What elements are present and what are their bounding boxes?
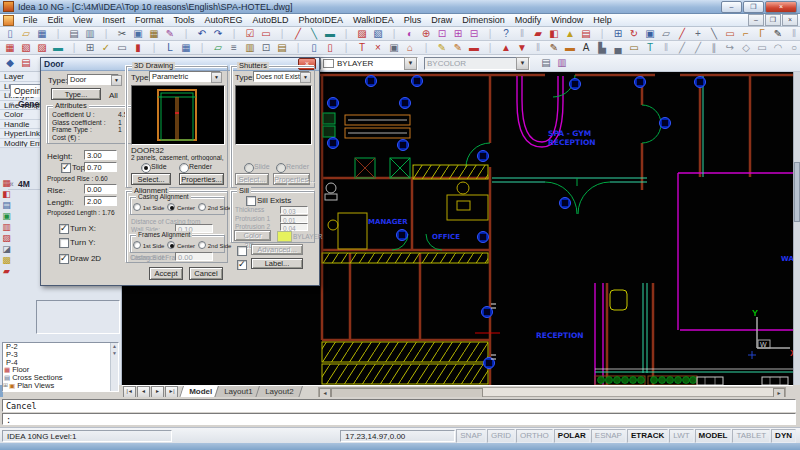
toggle-dyn[interactable]: DYN	[771, 429, 796, 443]
doc-red-icon[interactable]: ▯	[323, 42, 337, 54]
pencil-yellow-icon[interactable]: ✎	[435, 42, 449, 54]
toggle-polar[interactable]: POLAR	[554, 429, 590, 443]
delete-icon[interactable]: ×	[371, 42, 385, 54]
frames-alignment-option[interactable]: 1st Side	[133, 241, 164, 249]
save-icon[interactable]: ▦	[35, 28, 49, 40]
menu-item[interactable]: Format	[130, 14, 169, 26]
vt-slabs-icon[interactable]: ▤	[2, 200, 11, 211]
wall-3d-icon[interactable]: ◧	[547, 28, 561, 40]
select-button[interactable]: Select...	[131, 173, 171, 185]
top-checkbox[interactable]	[61, 163, 71, 173]
turn-x-checkbox[interactable]	[59, 224, 69, 234]
scrollbar-thumb[interactable]	[794, 162, 800, 222]
new-icon[interactable]: ▯	[3, 28, 17, 40]
line2-icon[interactable]: ╱	[675, 28, 689, 40]
mdi-minimize-button[interactable]: –	[748, 14, 764, 26]
menu-item[interactable]: AutoREG	[199, 14, 247, 26]
stack-icon[interactable]: ≡	[227, 42, 241, 54]
draw-ray-icon[interactable]: ╱	[691, 42, 705, 54]
radio-icon[interactable]	[167, 241, 175, 249]
draw-2d-checkbox[interactable]	[59, 254, 69, 264]
minimize-button[interactable]: –	[721, 1, 742, 13]
stairs2-icon[interactable]: ▤	[275, 42, 289, 54]
grid2-icon[interactable]: ▦	[179, 42, 193, 54]
rect-icon[interactable]: ▭	[723, 28, 737, 40]
draw-circle-icon[interactable]: ○	[787, 42, 800, 54]
plot-style-icon[interactable]: ▤	[539, 57, 553, 69]
arrow-down-icon[interactable]: ▼	[515, 42, 529, 54]
frames-alignment-option[interactable]: Center	[167, 241, 195, 249]
doc-blue-icon[interactable]: ▯	[307, 42, 321, 54]
toggle-ortho[interactable]: ORTHO	[516, 429, 553, 443]
ruler-red-icon[interactable]: ▬	[467, 42, 481, 54]
vt-column-icon[interactable]: ▨	[2, 233, 11, 244]
rotate-icon[interactable]: ↻	[627, 28, 641, 40]
properties-button[interactable]: Properties...	[179, 173, 224, 185]
tree-item-label[interactable]: Plan Views	[17, 382, 54, 390]
frames-alignment-option[interactable]: 2nd Side	[198, 241, 231, 249]
tree-item[interactable]: P-3	[3, 351, 118, 359]
draw-parallel-icon[interactable]: ∥	[707, 42, 721, 54]
osnap-icon[interactable]: ☑	[243, 28, 257, 40]
chevron-down-icon[interactable]: ▼	[211, 72, 222, 83]
menu-item[interactable]: Dimension	[457, 14, 510, 26]
line3-icon[interactable]: ╲	[707, 28, 721, 40]
menu-item[interactable]: WalkIDEA	[348, 14, 399, 26]
casing-alignment-option[interactable]: 1st Side	[133, 203, 164, 211]
warning-icon[interactable]: ▲	[563, 28, 577, 40]
paste-icon[interactable]: ▦	[147, 28, 161, 40]
corner1-icon[interactable]: ⌐	[739, 28, 753, 40]
box-icon[interactable]: ▥	[243, 42, 257, 54]
corner2-icon[interactable]: Γ	[755, 28, 769, 40]
print-preview-icon[interactable]: ▥	[83, 28, 97, 40]
layers-icon[interactable]: ▤	[19, 57, 33, 69]
line-red-icon[interactable]: ╱	[291, 28, 305, 40]
draw-arc-icon[interactable]: ◠	[771, 42, 785, 54]
radio-icon[interactable]	[167, 203, 175, 211]
casing-alignment-option[interactable]: 2nd Side	[198, 203, 231, 211]
toggle-etrack[interactable]: ETRACK	[627, 429, 668, 443]
mdi-restore-button[interactable]: ❐	[765, 14, 781, 26]
level-icon[interactable]: ▬	[51, 42, 65, 54]
sofa-icon[interactable]: ▄	[611, 42, 625, 54]
horizontal-scrollbar[interactable]: ◄ ►	[318, 387, 786, 397]
wall-orange-icon[interactable]: ▬	[563, 42, 577, 54]
menu-item[interactable]: View	[68, 14, 97, 26]
draw-line-icon[interactable]: ╱	[675, 42, 689, 54]
mdi-close-button[interactable]: ×	[782, 14, 798, 26]
radio-icon[interactable]	[133, 241, 141, 249]
tree-item[interactable]: ⊞ ▣ Plan Views	[3, 382, 118, 390]
radio-icon[interactable]	[198, 203, 206, 211]
toggle-model[interactable]: MODEL	[695, 429, 732, 443]
cancel-button[interactable]: Cancel	[189, 267, 223, 280]
vt-openings-icon[interactable]: ◧	[2, 189, 11, 200]
zoom-window-icon[interactable]: ⊡	[435, 28, 449, 40]
menu-item[interactable]: Edit	[43, 14, 69, 26]
pencil-brown-icon[interactable]: ✎	[547, 42, 561, 54]
erase-icon[interactable]: ▨	[355, 28, 369, 40]
toggle-esnap[interactable]: ESNAP	[591, 429, 626, 443]
vt-roof-icon[interactable]: ▥	[2, 222, 11, 233]
redo-icon[interactable]: ↷	[211, 28, 225, 40]
panel-icon[interactable]: ▣	[643, 28, 657, 40]
copy-icon[interactable]: ▣	[131, 28, 145, 40]
vt-stairs-icon[interactable]: ▣	[2, 211, 11, 222]
sill-exists-checkbox[interactable]	[246, 196, 256, 206]
height-field[interactable]: 3.00	[84, 150, 117, 160]
toggle-lwt[interactable]: LWT	[669, 429, 693, 443]
table-icon[interactable]: ⊞	[83, 42, 97, 54]
grid-plus-icon[interactable]: ⊞	[611, 28, 625, 40]
accept-button[interactable]: Accept	[149, 267, 183, 280]
text-red-icon[interactable]: T	[355, 42, 369, 54]
menu-item[interactable]: Insert	[97, 14, 130, 26]
polyline-icon[interactable]: ╲	[307, 28, 321, 40]
draw-leader-icon[interactable]: ↪	[723, 42, 737, 54]
menu-item[interactable]: Draw	[426, 14, 457, 26]
menu-item[interactable]: PhotoIDEA	[294, 14, 349, 26]
print-icon[interactable]: ▤	[67, 28, 81, 40]
zoom-in-icon[interactable]: ⊞	[451, 28, 465, 40]
chair-icon[interactable]: ▙	[595, 42, 609, 54]
toggle-tablet[interactable]: TABLET	[732, 429, 770, 443]
render-style-icon[interactable]: ▥	[555, 57, 569, 69]
vt-tree-icon[interactable]: ▰	[3, 266, 10, 277]
